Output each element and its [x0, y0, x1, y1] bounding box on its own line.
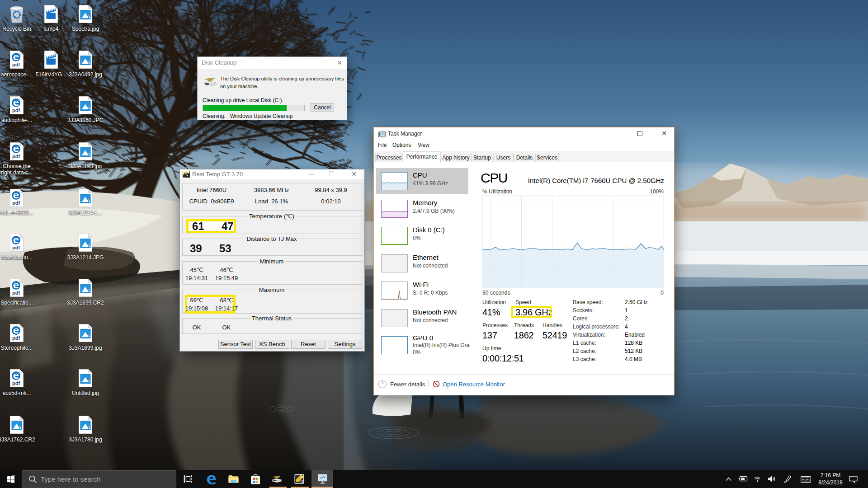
svg-text:45: 45: [300, 480, 303, 483]
